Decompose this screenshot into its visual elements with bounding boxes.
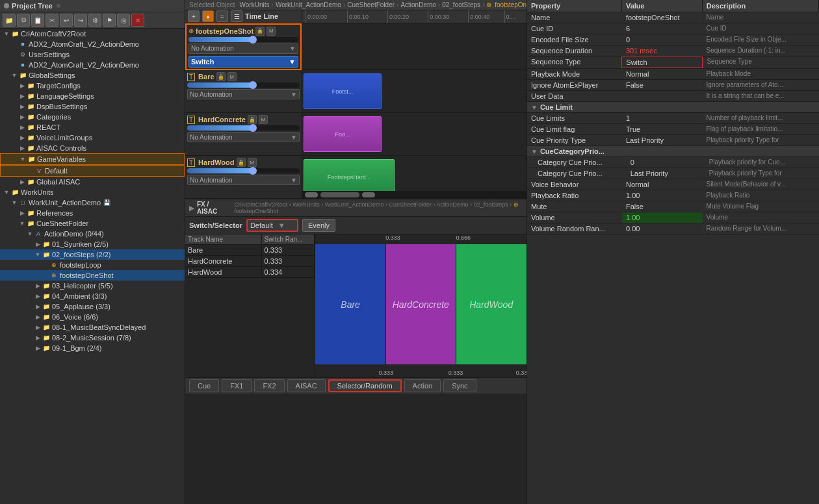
prop-seqtype-value[interactable]: Switch — [621, 57, 703, 68]
tab-action[interactable]: Action — [404, 379, 441, 392]
prop-ignore-value[interactable]: False — [622, 80, 703, 90]
tree-item-lang[interactable]: ▶ 📁 LanguageSettings — [0, 91, 185, 101]
track-slider-4[interactable] — [187, 168, 300, 173]
prop-cueid-value[interactable]: 6 — [622, 23, 703, 34]
track-slider-1[interactable] — [188, 37, 298, 42]
tl-add-btn[interactable]: + — [188, 10, 200, 22]
track-icon-lock-4[interactable]: 🔒 — [237, 158, 246, 167]
tree-item-footsteps[interactable]: ▼ 📁 02_footSteps (2/2) — [0, 249, 185, 260]
tb-cut-btn[interactable]: ✂ — [46, 14, 58, 27]
automation-dropdown-1[interactable]: No Automation ▼ — [188, 44, 298, 54]
tl-block-hardwood[interactable]: FootstepsHard... — [304, 159, 395, 191]
tab-fx1[interactable]: FX1 — [222, 379, 252, 392]
tl-block-bare[interactable]: Footst... — [304, 73, 382, 109]
prop-catprio1-value[interactable]: 0 — [627, 157, 705, 168]
scroll-next[interactable] — [362, 192, 375, 197]
h-scroll-thumb[interactable] — [320, 192, 359, 197]
tab-aisac[interactable]: AISAC — [287, 379, 326, 392]
tree-item-voice2[interactable]: ▶ 📁 06_Voice (6/6) — [0, 312, 185, 322]
tab-selector-random[interactable]: Selector/Random — [328, 379, 402, 392]
tree-item-global-aisac[interactable]: ▶ 📁 Global AISAC — [0, 177, 185, 187]
track-icon-mute-4[interactable]: M — [248, 158, 257, 167]
prop-filesize-value[interactable]: 0 — [622, 34, 703, 45]
collapse-dot[interactable] — [57, 4, 60, 8]
tree-item-musicbeat[interactable]: ▶ 📁 08-1_MusicBeatSyncDelayed — [0, 322, 185, 333]
tb-undo-btn[interactable]: ↩ — [60, 14, 73, 27]
tree-item-footstep-oneshot[interactable]: ⊕ footstepOneShot — [0, 270, 185, 281]
tb-paste-btn[interactable]: 📋 — [31, 14, 44, 27]
prop-volrand-value[interactable]: 0.00 — [622, 223, 703, 234]
automation-dropdown-3[interactable]: No Automation ▼ — [187, 132, 300, 142]
tree-item-csf[interactable]: ▼ 📁 CueSheetFolder — [0, 218, 185, 229]
tab-sync[interactable]: Sync — [443, 379, 476, 392]
tb-copy-btn[interactable]: ⧉ — [17, 14, 30, 27]
timeline-scroll-h[interactable] — [302, 191, 526, 199]
tree-item-applause[interactable]: ▶ 📁 05_Applause (3/3) — [0, 301, 185, 312]
prop-pbmode-value[interactable]: Normal — [622, 69, 703, 79]
prop-name-value[interactable]: footstepOneShot — [622, 12, 703, 23]
tb-settings-btn[interactable]: ⚙ — [88, 14, 101, 27]
prop-volume-value[interactable]: 1.00 — [622, 212, 703, 223]
track-icon-mute-1[interactable]: M — [266, 27, 276, 36]
switch-block-hardwood[interactable]: HardWood — [456, 244, 526, 364]
fx-selector-dropdown[interactable]: Default ▼ — [246, 219, 298, 232]
tree-item-global[interactable]: ▼ 📁 GlobalSettings — [0, 70, 185, 81]
tree-item-adx2[interactable]: ■ ADX2_AtomCraft_V2_ActionDemo — [0, 60, 185, 70]
tb-close-btn[interactable]: ✕ — [131, 14, 144, 27]
prop-cuelimits-value[interactable]: 1 — [622, 113, 703, 123]
automation-dropdown-4[interactable]: No Automation ▼ — [187, 175, 300, 185]
tree-item-target[interactable]: ▶ 📁 TargetConfigs — [0, 81, 185, 91]
prop-cuelimitflag-value[interactable]: True — [622, 124, 703, 134]
switch-block-bare[interactable]: Bare — [315, 244, 385, 364]
tree-item-refs[interactable]: ▶ 📁 References — [0, 208, 185, 218]
tl-graph-btn[interactable]: ≈ — [216, 10, 228, 22]
tree-item-workunits[interactable]: ▼ 📁 WorkUnits — [0, 187, 185, 197]
track-slider-3[interactable] — [187, 125, 300, 131]
tl-block-hardconcrete[interactable]: Foo... — [304, 116, 382, 152]
tree-item-voice[interactable]: ▶ 📁 VoiceLimitGroups — [0, 132, 185, 143]
tb-folder-btn[interactable]: 📁 — [3, 14, 16, 27]
track-icon-lock-2[interactable]: 🔒 — [216, 72, 226, 81]
tree-item-aisac-ctrl[interactable]: ▶ 📁 AISAC Controls — [0, 143, 185, 153]
tree-item-cat[interactable]: ▶ 📁 Categories — [0, 112, 185, 122]
switch-block-hardconcrete[interactable]: HardConcrete — [385, 244, 456, 364]
tree-item-dsp[interactable]: ▶ 📁 DspBusSettings — [0, 101, 185, 112]
tree-item-react[interactable]: ▶ 📁 REACT — [0, 122, 185, 132]
track-icon-lock-3[interactable]: 🔒 — [248, 115, 257, 124]
prop-catprio2-value[interactable]: Last Priority — [627, 168, 705, 179]
track-slider-2[interactable] — [187, 82, 300, 88]
tree-item-gamevar[interactable]: ▼ 📁 GameVariables — [0, 153, 185, 165]
tree-item-user[interactable]: ⚙ UserSettings — [0, 49, 185, 60]
tab-cue[interactable]: Cue — [189, 379, 219, 392]
tree-item-ambient[interactable]: ▶ 📁 04_Ambient (3/3) — [0, 291, 185, 301]
track-icon-lock-1[interactable]: 🔒 — [255, 27, 265, 36]
prop-seqdur-value[interactable]: 301 msec — [622, 45, 703, 56]
sequence-type-dropdown[interactable]: Switch ▼ — [188, 56, 298, 68]
tb-target-btn[interactable]: ◎ — [117, 14, 130, 27]
tree-item-bgm[interactable]: ▶ 📁 09-1_Bgm (2/4) — [0, 343, 185, 353]
tl-list-btn[interactable]: ☰ — [231, 10, 242, 22]
tree-item-wu-action[interactable]: ▼ □ WorkUnit_ActionDemo 💾 — [0, 197, 185, 208]
tree-item-musicsession[interactable]: ▶ 📁 08-2_MusicSession (7/8) — [0, 333, 185, 343]
automation-dropdown-2[interactable]: No Automation ▼ — [187, 89, 300, 99]
fx-evenly-btn[interactable]: Evenly — [302, 219, 335, 232]
track-icon-mute-3[interactable]: M — [259, 115, 268, 124]
tree-item-footstep-loop[interactable]: ⊕ footstepLoop — [0, 260, 185, 270]
tree-item-root[interactable]: ▼ 📁 CriAtomCraftV2Root — [0, 29, 185, 39]
prop-voicebeh-value[interactable]: Normal — [622, 179, 703, 190]
tb-redo-btn[interactable]: ↪ — [74, 14, 87, 27]
prop-pbratio-value[interactable]: 1.00 — [622, 190, 703, 201]
tree-item-syuriken[interactable]: ▶ 📁 01_Syuriken (2/5) — [0, 239, 185, 249]
tree-item-default[interactable]: V Default — [0, 165, 185, 177]
tree-item-action-demo[interactable]: ▼ A ActionDemo (0/44) — [0, 229, 185, 239]
tb-flag-btn[interactable]: ⚑ — [103, 14, 116, 27]
prop-userdata-value[interactable] — [622, 91, 703, 101]
tl-record-btn[interactable]: ● — [202, 10, 214, 22]
tab-fx2[interactable]: FX2 — [254, 379, 284, 392]
prop-cuepritype-value[interactable]: Last Priority — [622, 135, 703, 145]
track-icon-mute-2[interactable]: M — [228, 72, 237, 81]
tree-item-helicopter[interactable]: ▶ 📁 03_Helicopter (5/5) — [0, 281, 185, 291]
prop-mute-value[interactable]: False — [622, 201, 703, 212]
tree-item-adx1[interactable]: ■ ADX2_AtomCraft_V2_ActionDemo — [0, 39, 185, 49]
scroll-prev[interactable] — [305, 192, 318, 197]
